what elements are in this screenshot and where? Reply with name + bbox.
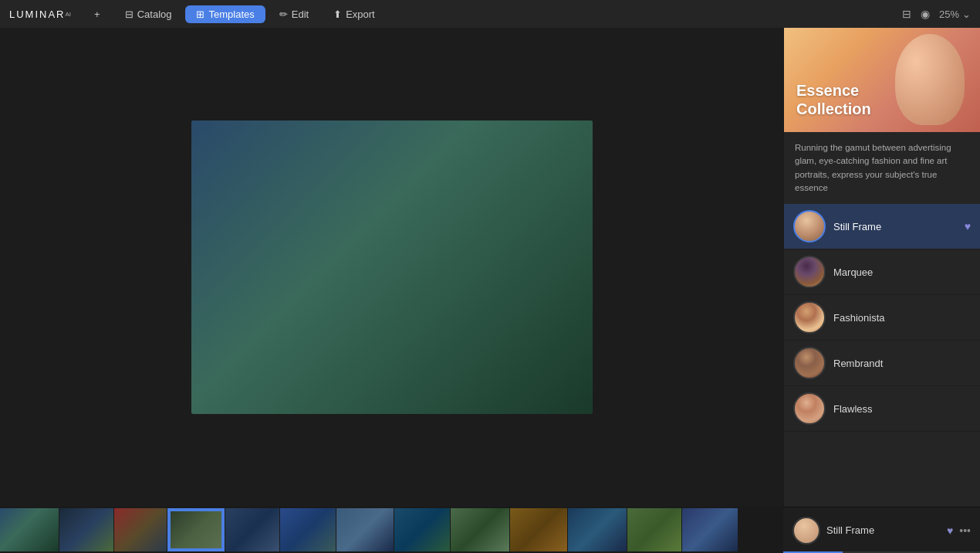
filmstrip-thumb-8[interactable] [394, 508, 450, 551]
template-list: Still Frame ♥ Marquee Fashionista Rembra… [784, 204, 980, 553]
template-thumb-fashionista [793, 301, 826, 334]
edit-label: Edit [292, 8, 309, 20]
filmstrip-thumb-7[interactable] [336, 508, 394, 551]
zoom-value: 25% [939, 8, 959, 20]
add-button[interactable]: + [83, 5, 111, 23]
filmstrip-thumb-2[interactable] [59, 508, 113, 551]
template-item-rembrandt[interactable]: Rembrandt [784, 341, 980, 386]
template-item-flawless[interactable]: Flawless [784, 386, 980, 432]
logo-text: LUMINAR [9, 8, 66, 20]
template-name-still-frame: Still Frame [833, 221, 965, 232]
template-item-marquee[interactable]: Marquee [784, 249, 980, 295]
plus-icon: + [94, 8, 100, 20]
bottom-more-button[interactable]: ••• [959, 524, 971, 537]
templates-label: Templates [208, 8, 254, 20]
export-button[interactable]: ⬆ Export [323, 5, 386, 23]
template-name-rembrandt: Rembrandt [833, 358, 971, 369]
filmstrip-thumb-11[interactable] [568, 508, 627, 551]
template-item-fashionista[interactable]: Fashionista [784, 295, 980, 341]
template-thumb-still-frame [793, 210, 826, 243]
template-thumb-flawless [793, 392, 826, 425]
template-thumb-marquee [793, 256, 826, 288]
filmstrip-thumb-6[interactable] [280, 508, 336, 551]
collection-banner: Essence Collection [784, 28, 980, 132]
filmstrip-thumb-1[interactable] [0, 508, 59, 551]
nav-right-controls: ⊟ ◉ 25% ⌄ [902, 8, 971, 20]
filmstrip-thumb-10[interactable] [510, 508, 567, 551]
top-nav: LUMINAR AI + ⊟ Catalog ⊞ Templates ✏ Edi… [0, 0, 980, 28]
bottom-template-label: Still Frame [826, 524, 941, 536]
edit-button[interactable]: ✏ Edit [269, 5, 319, 23]
canvas [0, 28, 783, 507]
filmstrip-thumb-13[interactable] [682, 508, 738, 551]
zoom-control[interactable]: 25% ⌄ [939, 8, 971, 20]
catalog-icon: ⊟ [125, 8, 133, 20]
template-heart-still-frame[interactable]: ♥ [965, 220, 971, 232]
template-name-fashionista: Fashionista [833, 312, 971, 324]
filmstrip-thumb-12[interactable] [627, 508, 681, 551]
edit-icon: ✏ [279, 8, 288, 20]
collection-name: Essence Collection [796, 81, 871, 118]
filmstrip [0, 507, 783, 553]
panel-bottom-bar: Still Frame ♥ ••• [783, 507, 980, 553]
bottom-avatar [792, 517, 820, 545]
catalog-label: Catalog [137, 8, 172, 20]
filmstrip-thumb-5[interactable] [225, 508, 279, 551]
collection-description: Running the gamut between advertising gl… [784, 132, 980, 204]
templates-icon: ⊞ [196, 8, 204, 20]
right-panel: ‹ Templates Essence Collection Running t… [783, 0, 980, 553]
filmstrip-thumb-9[interactable] [451, 508, 509, 551]
split-view-icon[interactable]: ⊟ [902, 8, 911, 20]
template-name-marquee: Marquee [833, 266, 971, 278]
logo-ai-badge: AI [66, 11, 72, 18]
app-logo: LUMINAR AI [9, 8, 71, 20]
template-name-flawless: Flawless [833, 403, 971, 415]
template-item-still-frame[interactable]: Still Frame ♥ [784, 204, 980, 249]
main-canvas-area [0, 28, 783, 507]
template-thumb-rembrandt [793, 347, 826, 379]
filmstrip-thumb-4[interactable] [167, 508, 225, 551]
bottom-heart-button[interactable]: ♥ [947, 524, 953, 537]
catalog-button[interactable]: ⊟ Catalog [114, 5, 183, 23]
canvas-image [191, 120, 593, 414]
export-label: Export [346, 8, 375, 20]
templates-button[interactable]: ⊞ Templates [185, 5, 265, 23]
banner-model-image [895, 34, 965, 125]
export-icon: ⬆ [333, 8, 342, 20]
chevron-down-icon: ⌄ [962, 8, 971, 20]
eye-icon[interactable]: ◉ [921, 8, 930, 20]
filmstrip-thumb-3[interactable] [114, 508, 167, 551]
